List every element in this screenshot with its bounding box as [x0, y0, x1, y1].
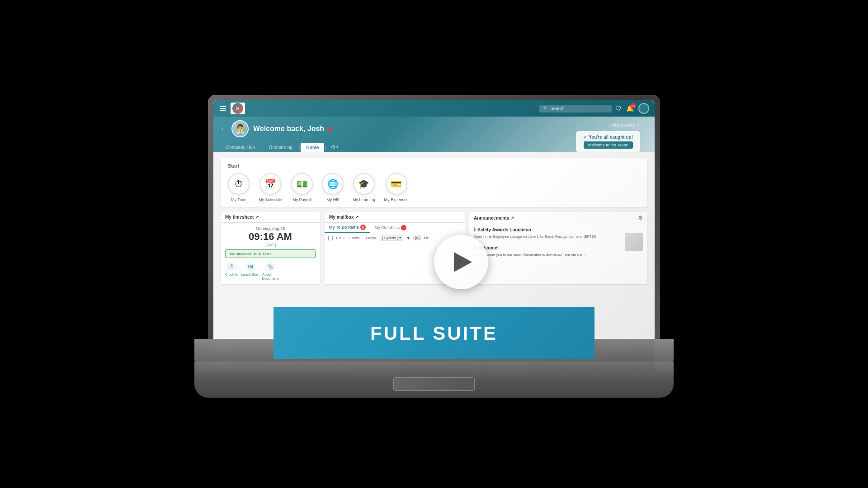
- keyboard-area: [194, 339, 674, 393]
- announcements-title: Announcements ↗: [474, 216, 514, 221]
- announcements-header: Announcements ↗ ⚙: [469, 212, 647, 224]
- keyboard-top: [194, 339, 674, 361]
- ann-title-1: ℹ Safety Awards Luncheon: [474, 227, 643, 233]
- notification-badge: 13: [630, 103, 636, 108]
- timesheet-header: My timesheet ↗: [221, 212, 320, 223]
- my-time-label: My Time: [231, 197, 246, 202]
- mail-tab-checklists[interactable]: My Checklists 7: [370, 223, 411, 233]
- time-timezone: [ CDT ]: [225, 243, 316, 247]
- time-big: 09:16 AM: [225, 231, 316, 243]
- filter-icon[interactable]: ▼: [406, 235, 410, 240]
- my-schedule-label: My Schedule: [259, 197, 282, 202]
- ann-text-1: Meet in the Employee Lounge on June 1 fo…: [474, 234, 643, 239]
- my-hr-icon: 🌐: [322, 173, 344, 195]
- tab-onboarding[interactable]: Onboarding: [264, 143, 298, 152]
- refresh-icon[interactable]: ↺: [637, 123, 640, 127]
- laptop-body: H 🔍 Search 🛡 🔔: [208, 95, 660, 393]
- my-expenses-label: My Expenses: [384, 197, 409, 202]
- clock-in-button[interactable]: ⏱ Clock In: [225, 262, 238, 281]
- tab-home[interactable]: Home: [301, 143, 324, 152]
- search-bar[interactable]: 🔍 Search: [539, 105, 612, 113]
- my-learning-icon: 🎓: [353, 173, 375, 195]
- pagination-text: 1 of 2 · 9 Rows: [335, 236, 359, 240]
- check-icon: ✓: [583, 135, 587, 140]
- screen-bezel: H 🔍 Search 🛡 🔔: [213, 100, 655, 371]
- user-avatar-image: 👨‍💼: [232, 121, 248, 136]
- my-expenses-icon: 💳: [386, 173, 407, 195]
- saved-filter[interactable]: [ System ] ▾: [380, 235, 403, 241]
- mailbox-title: My mailbox ↗: [329, 215, 359, 220]
- mail-tab-todo[interactable]: My To Do Items 8: [325, 223, 370, 233]
- timesheet-actions: ⏱ Clock In 🍽 Lunch Start: [225, 262, 316, 281]
- start-label: Start: [228, 163, 640, 169]
- my-learning-label: My Learning: [353, 197, 375, 202]
- quick-link-my-payroll[interactable]: 💵 My Payroll: [291, 173, 313, 202]
- quick-link-my-learning[interactable]: 🎓 My Learning: [353, 173, 375, 202]
- hamburger-button[interactable]: [219, 105, 227, 112]
- my-schedule-icon: 📅: [259, 173, 281, 195]
- clocked-in-bar: You clocked in at 09:15am: [225, 249, 316, 258]
- timesheet-title: My timesheet ↗: [225, 215, 259, 220]
- quick-link-my-expenses[interactable]: 💳 My Expenses: [384, 173, 409, 202]
- screen-content: H 🔍 Search 🛡 🔔: [213, 100, 655, 371]
- laptop-wrapper: H 🔍 Search 🛡 🔔: [206, 81, 662, 407]
- ann-title-2: ℹ Welcome!: [474, 245, 622, 251]
- saved-label: Saved:: [366, 236, 377, 240]
- tab-settings[interactable]: ⚙ ▾: [327, 142, 342, 152]
- todays-tasks-label: Today's Tasks ↺: [609, 123, 640, 127]
- clock-in-icon: ⏱: [226, 262, 236, 272]
- welcome-team-button[interactable]: Welcome to the Team!: [584, 141, 633, 149]
- shield-icon[interactable]: 🛡: [615, 105, 622, 112]
- keyboard-main: [194, 361, 674, 398]
- announcement-item-2: ℹ Welcome! ...to welcome you to our team…: [469, 242, 647, 260]
- main-content: Start ⏱ My Time 📅 My Schedule: [213, 152, 655, 290]
- more-options-button[interactable]: •••: [424, 235, 429, 240]
- ann-text-2: ...to welcome you to our team. Remember …: [474, 252, 643, 257]
- sub-header: ← 👨‍💼 Welcome back, Josh: [213, 117, 655, 152]
- widgets-row: My timesheet ↗ Monday, Aug 28 09:16 AM […: [221, 212, 647, 284]
- info-icon: ℹ: [474, 227, 476, 233]
- app-logo: H: [232, 103, 243, 114]
- my-hr-label: My HR: [326, 197, 339, 202]
- top-nav: H 🔍 Search 🛡 🔔: [213, 100, 655, 117]
- laptop-screen-frame: H 🔍 Search 🛡 🔔: [208, 95, 660, 375]
- play-icon: [454, 252, 472, 272]
- nav-icons: 🛡 🔔 13: [615, 103, 649, 114]
- quick-link-my-schedule[interactable]: 📅 My Schedule: [259, 173, 282, 202]
- timesheet-widget: My timesheet ↗ Monday, Aug 28 09:16 AM […: [221, 212, 320, 284]
- my-payroll-label: My Payroll: [292, 197, 311, 202]
- task-status-panel: ✓ You're all caught up! Welcome to the T…: [576, 131, 640, 152]
- play-button[interactable]: [434, 235, 488, 289]
- lunch-start-button[interactable]: 🍽 Lunch Start: [241, 262, 259, 281]
- lunch-icon: 🍽: [245, 262, 255, 272]
- announcements-widget: Announcements ↗ ⚙ ℹ Safety Awards Lunche…: [469, 212, 647, 284]
- logo-box: H: [231, 103, 245, 114]
- start-section: Start ⏱ My Time 📅 My Schedule: [221, 158, 647, 207]
- pipe-sep: |: [362, 236, 363, 240]
- time-date: Monday, Aug 28: [225, 226, 316, 231]
- announcements-settings-button[interactable]: ⚙: [638, 215, 643, 221]
- bell-icon[interactable]: 🔔 13: [626, 105, 634, 112]
- quick-link-my-hr[interactable]: 🌐 My HR: [322, 173, 344, 202]
- mail-tabs: My To Do Items 8 My Checklists 7: [325, 223, 465, 233]
- attach-icon: 📎: [265, 262, 275, 272]
- back-arrow[interactable]: ←: [221, 125, 227, 132]
- caught-up-message: ✓ You're all caught up!: [583, 135, 633, 140]
- mailbox-header: My mailbox ↗: [325, 212, 465, 223]
- welcome-text: Welcome back, Josh: [253, 125, 332, 133]
- quick-links: ⏱ My Time 📅 My Schedule 💵: [228, 173, 640, 202]
- announcement-item-1: ℹ Safety Awards Luncheon Meet in the Emp…: [469, 224, 647, 242]
- blank-badge: (0): [413, 235, 421, 240]
- search-input-label: Search: [550, 106, 608, 111]
- user-avatar-nav[interactable]: [638, 103, 649, 114]
- select-all-checkbox[interactable]: [328, 236, 333, 240]
- search-icon: 🔍: [543, 106, 548, 111]
- attach-document-button[interactable]: 📎 AttachDocument: [262, 262, 278, 281]
- tab-company-hub[interactable]: Company Hub: [221, 143, 260, 152]
- ann-image: [625, 233, 643, 251]
- user-welcome: ← 👨‍💼 Welcome back, Josh: [221, 120, 332, 140]
- keyboard-trackpad: [393, 377, 475, 391]
- time-display: Monday, Aug 28 09:16 AM [ CDT ]: [225, 226, 316, 247]
- quick-link-my-time[interactable]: ⏱ My Time: [228, 173, 250, 202]
- user-avatar: 👨‍💼: [231, 120, 249, 137]
